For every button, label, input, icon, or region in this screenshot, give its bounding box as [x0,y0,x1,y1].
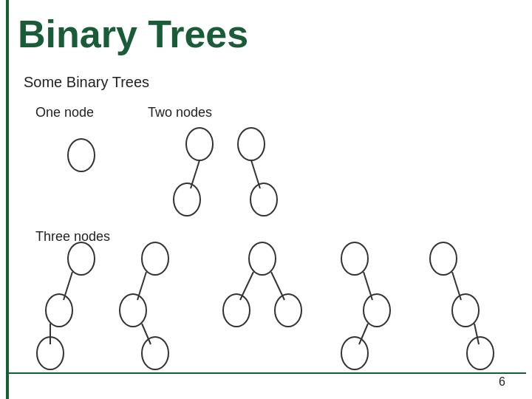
svg-line-5 [251,160,260,188]
svg-point-17 [249,242,276,275]
svg-line-20 [271,272,284,300]
svg-point-0 [68,139,95,171]
svg-point-6 [250,183,277,216]
svg-point-29 [452,294,479,327]
svg-line-23 [364,272,372,300]
svg-point-12 [142,242,168,275]
two-nodes-label: Two nodes [148,105,212,120]
three-nodes-label: Three nodes [35,229,110,245]
left-border [6,0,9,399]
svg-line-25 [359,324,368,344]
svg-point-24 [364,294,390,327]
svg-line-18 [240,272,253,300]
svg-point-9 [46,294,72,327]
svg-line-28 [452,272,461,300]
svg-line-15 [142,324,151,344]
svg-point-22 [341,242,368,275]
svg-point-21 [275,294,301,327]
svg-point-1 [186,128,213,160]
svg-point-26 [341,337,368,369]
svg-line-8 [64,272,72,300]
svg-point-4 [238,128,265,160]
svg-point-31 [467,337,494,369]
one-node-label: One node [35,105,94,120]
svg-line-2 [191,160,200,188]
bottom-line [6,372,526,374]
svg-point-27 [430,242,457,275]
subtitle: Some Binary Trees [24,74,149,91]
svg-point-16 [142,337,168,369]
svg-line-30 [474,324,479,344]
svg-point-14 [120,294,146,327]
svg-point-19 [223,294,250,327]
trees-diagram [0,0,532,399]
svg-point-11 [37,337,64,369]
svg-line-13 [137,272,146,300]
page-number: 6 [499,375,505,389]
page-title: Binary Trees [18,12,248,56]
svg-point-3 [174,183,200,216]
svg-point-7 [68,242,95,275]
